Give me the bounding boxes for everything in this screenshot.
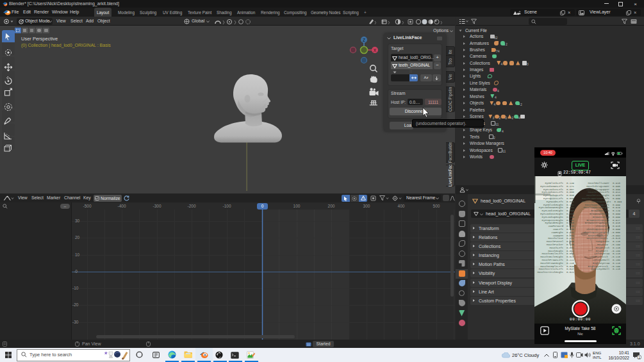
svg-text:1: 1	[638, 356, 640, 359]
svg-text:Z: Z	[363, 38, 365, 42]
svg-text:X: X	[374, 48, 377, 53]
